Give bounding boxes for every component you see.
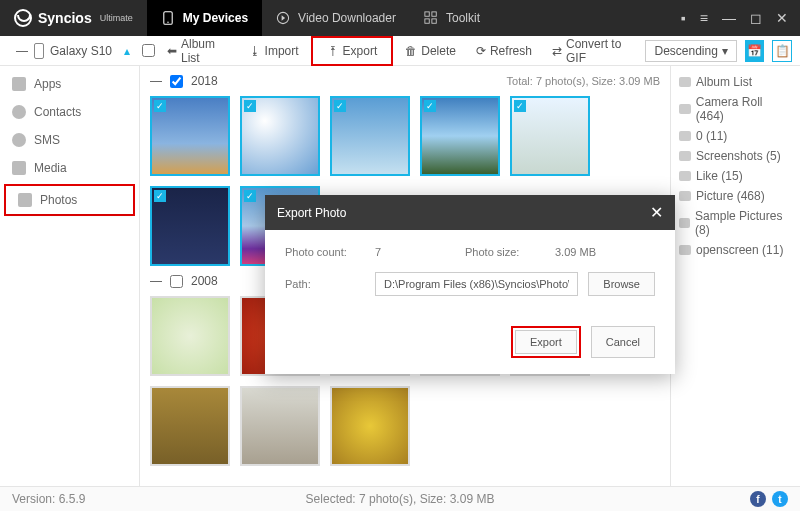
photos-icon (18, 193, 32, 207)
tab-label: Video Downloader (298, 11, 396, 25)
tab-toolkit[interactable]: Toolkit (410, 0, 494, 36)
folder-icon (679, 151, 691, 161)
dialog-title: Export Photo (277, 206, 346, 220)
folder-icon (679, 218, 690, 228)
contacts-icon (12, 105, 26, 119)
import-button[interactable]: ⭳Import (241, 40, 307, 62)
left-sidebar: Apps Contacts SMS Media Photos (0, 66, 140, 486)
photo-thumb[interactable]: ✓ (510, 96, 590, 176)
status-bar: Version: 6.5.9 Selected: 7 photo(s), Siz… (0, 486, 800, 511)
app-name: Syncios (38, 10, 92, 26)
nav-photos[interactable]: Photos (6, 186, 133, 214)
play-icon (276, 11, 290, 25)
select-all-checkbox[interactable] (142, 44, 155, 57)
device-name: Galaxy S10 (50, 44, 112, 58)
version-label: Version: 6.5.9 (12, 492, 85, 506)
app-logo: Syncios Ultimate (0, 9, 147, 27)
path-input[interactable] (375, 272, 578, 296)
apps-icon (12, 77, 26, 91)
photo-count-value: 7 (375, 246, 455, 258)
nav-media[interactable]: Media (0, 154, 139, 182)
album-item[interactable]: Picture (468) (679, 186, 792, 206)
export-button[interactable]: ⭱Export (319, 40, 386, 62)
dialog-export-button[interactable]: Export (515, 330, 577, 354)
folder-icon (679, 245, 691, 255)
twitter-icon[interactable]: t (772, 491, 788, 507)
minimize-icon[interactable]: — (722, 10, 736, 26)
menu-icon[interactable]: ≡ (700, 10, 708, 26)
photo-thumb[interactable]: ✓ (240, 96, 320, 176)
photo-thumb[interactable] (330, 386, 410, 466)
tab-label: My Devices (183, 11, 248, 25)
album-panel: Album List Camera Roll (464) 0 (11) Scre… (670, 66, 800, 486)
camera-icon (679, 104, 691, 114)
svg-point-1 (167, 22, 168, 23)
album-item[interactable]: Sample Pictures (8) (679, 206, 792, 240)
app-edition: Ultimate (100, 13, 133, 23)
title-bar: Syncios Ultimate My Devices Video Downlo… (0, 0, 800, 36)
dialog-cancel-button[interactable]: Cancel (591, 326, 655, 358)
media-icon (12, 161, 26, 175)
year-status: Total: 7 photo(s), Size: 3.09 MB (507, 75, 660, 87)
folder-icon (679, 191, 691, 201)
view-date-button[interactable]: 📅 (745, 40, 765, 62)
facebook-icon[interactable]: f (750, 491, 766, 507)
album-item[interactable]: Screenshots (5) (679, 146, 792, 166)
device-icon (34, 43, 44, 59)
delete-button[interactable]: 🗑Delete (397, 40, 464, 62)
sort-dropdown[interactable]: Descending▾ (645, 40, 736, 62)
photo-thumb[interactable]: ✓ (150, 186, 230, 266)
syncios-icon (14, 9, 32, 27)
folder-icon (679, 131, 691, 141)
message-icon[interactable]: ▪ (681, 10, 686, 26)
album-item[interactable]: Camera Roll (464) (679, 92, 792, 126)
close-icon[interactable]: ✕ (776, 10, 788, 26)
svg-rect-6 (432, 19, 436, 23)
photo-thumb[interactable] (150, 296, 230, 376)
tab-label: Toolkit (446, 11, 480, 25)
browse-button[interactable]: Browse (588, 272, 655, 296)
photo-size-label: Photo size: (465, 246, 545, 258)
svg-rect-5 (425, 19, 429, 23)
phone-icon (161, 11, 175, 25)
album-list-title: Album List (679, 72, 792, 92)
export-photo-dialog: Export Photo ✕ Photo count: 7 Photo size… (265, 195, 675, 374)
selection-status: Selected: 7 photo(s), Size: 3.09 MB (306, 492, 495, 506)
convert-gif-button[interactable]: ⇄Convert to GIF (544, 33, 641, 69)
album-item[interactable]: openscreen (11) (679, 240, 792, 260)
maximize-icon[interactable]: ◻ (750, 10, 762, 26)
window-controls: ▪ ≡ — ◻ ✕ (681, 10, 800, 26)
toolbar: — Galaxy S10 ▴ ⬅Album List ⭳Import ⭱Expo… (0, 36, 800, 66)
photo-thumb[interactable]: ✓ (330, 96, 410, 176)
dialog-header: Export Photo ✕ (265, 195, 675, 230)
tab-video-downloader[interactable]: Video Downloader (262, 0, 410, 36)
photo-thumb[interactable]: ✓ (420, 96, 500, 176)
refresh-button[interactable]: ⟳Refresh (468, 40, 540, 62)
grid-icon (424, 11, 438, 25)
album-item[interactable]: 0 (11) (679, 126, 792, 146)
album-item[interactable]: Like (15) (679, 166, 792, 186)
nav-apps[interactable]: Apps (0, 70, 139, 98)
photo-thumb[interactable]: ✓ (150, 96, 230, 176)
photo-count-label: Photo count: (285, 246, 365, 258)
nav-contacts[interactable]: Contacts (0, 98, 139, 126)
year-2018-header[interactable]: —2018 Total: 7 photo(s), Size: 3.09 MB (150, 72, 660, 90)
nav-sms[interactable]: SMS (0, 126, 139, 154)
photo-thumb[interactable] (150, 386, 230, 466)
year-checkbox[interactable] (170, 75, 183, 88)
sms-icon (12, 133, 26, 147)
photo-size-value: 3.09 MB (555, 246, 596, 258)
device-selector[interactable]: — Galaxy S10 ▴ (8, 43, 138, 59)
path-label: Path: (285, 278, 365, 290)
svg-rect-4 (432, 12, 436, 16)
dialog-close-icon[interactable]: ✕ (650, 203, 663, 222)
photo-thumb[interactable] (240, 386, 320, 466)
folder-icon (679, 171, 691, 181)
year-checkbox[interactable] (170, 275, 183, 288)
album-list-button[interactable]: ⬅Album List (159, 33, 237, 69)
svg-rect-3 (425, 12, 429, 16)
tab-my-devices[interactable]: My Devices (147, 0, 262, 36)
view-grid-button[interactable]: 📋 (772, 40, 792, 62)
